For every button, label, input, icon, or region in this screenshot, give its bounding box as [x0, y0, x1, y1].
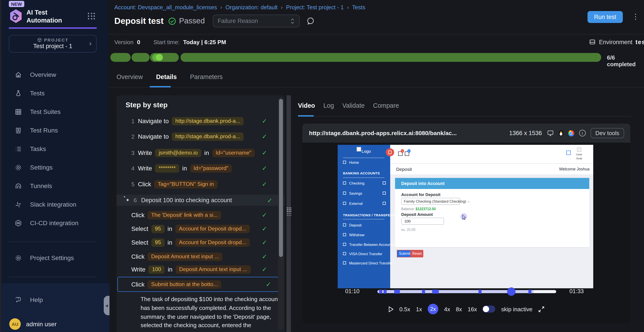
sidebar-item-test-suites[interactable]: Test Suites	[1, 102, 110, 121]
value-chip[interactable]: 95	[152, 238, 164, 246]
value-chip[interactable]: jsmith@demo.io	[155, 148, 201, 157]
timeline-marker[interactable]	[422, 290, 425, 294]
info-icon[interactable]: i	[579, 130, 586, 136]
bank-nav-deposit[interactable]: Deposit	[338, 222, 390, 228]
substep-row-5[interactable]: Write 100 in Deposit Amount text input .…	[116, 264, 280, 274]
tab-log[interactable]: Log	[323, 102, 334, 109]
progress-segment[interactable]	[180, 53, 601, 62]
tab-validate[interactable]: Validate	[342, 102, 364, 109]
value-chip[interactable]: http://stage.dbank.prod-a...	[172, 132, 244, 140]
timeline-marker[interactable]	[478, 290, 482, 294]
help-button[interactable]: ? Help	[1, 290, 110, 309]
locator-chip[interactable]: Id="username"	[212, 148, 255, 157]
sidebar-item-settings[interactable]: Settings	[1, 158, 110, 176]
bank-nav-savings[interactable]: Savings	[338, 190, 390, 196]
apps-grid-icon[interactable]	[88, 13, 95, 20]
project-selector[interactable]: PROJECT Test project - 1 ›	[9, 35, 97, 52]
timeline-marker[interactable]	[432, 290, 438, 294]
step-row-5[interactable]: 5 Click Tag="BUTTON" Sign in ✓	[116, 179, 280, 189]
speed-16x[interactable]: 16x	[468, 306, 477, 312]
progress-segment[interactable]	[110, 53, 131, 62]
playhead-handle[interactable]	[507, 287, 516, 296]
play-button[interactable]	[388, 306, 394, 312]
account-select[interactable]: Family Checking (Standard Checking)⌄	[401, 198, 460, 205]
substep-row-4[interactable]: Click Deposit Amount text input ... ✓	[116, 252, 280, 261]
bank-nav-checking[interactable]: Checking	[338, 180, 390, 186]
sidebar-item-tunnels[interactable]: Tunnels	[1, 176, 110, 195]
bank-nav-transfer[interactable]: Transfer Between Accounts	[338, 241, 390, 248]
locator-chip[interactable]: Deposit Amount text input ...	[148, 252, 223, 261]
step-row-4[interactable]: 4 Write ******** in Id="password" ✓	[116, 163, 280, 173]
bank-window-icon[interactable]: 0	[398, 151, 402, 156]
sidebar-item-slack-integration[interactable]: Slack integration	[1, 195, 110, 214]
value-chip[interactable]: http://stage.dbank.prod-a...	[172, 117, 244, 125]
session-url[interactable]: http://stage.dbank.prod-apps.relicx.ai:8…	[309, 130, 457, 136]
selected-step-row[interactable]: Click Submit button at the botto... ✓	[117, 277, 278, 292]
drag-handle-icon[interactable]	[287, 208, 290, 216]
sidebar-collapse-button[interactable]: ◀	[104, 296, 110, 315]
breadcrumb-account[interactable]: Account: Devspace_all_module_licenses	[114, 4, 217, 10]
step-group-header[interactable]: ✦ 6 Deposit 100 into checking account ✓	[116, 195, 285, 206]
speed-2x-active[interactable]: 2x	[428, 304, 438, 314]
progress-segment[interactable]	[131, 53, 150, 62]
tab-details[interactable]: Details	[156, 73, 177, 80]
speed-0-5x[interactable]: 0.5x	[399, 306, 410, 312]
kebab-menu-icon[interactable]: ⋮	[632, 12, 639, 21]
dev-tools-button[interactable]: Dev tools	[590, 128, 624, 138]
locator-chip[interactable]: Tag="BUTTON" Sign in	[154, 180, 218, 188]
breadcrumb-project[interactable]: Project: Test project - 1	[286, 4, 344, 10]
sidebar-item-overview[interactable]: Overview	[1, 65, 110, 84]
speed-8x[interactable]: 8x	[456, 306, 462, 312]
steps-scrollbar[interactable]	[278, 97, 284, 330]
user-menu[interactable]: AU admin user	[9, 318, 57, 330]
value-chip[interactable]: ********	[155, 164, 179, 172]
value-chip[interactable]: 100	[148, 265, 165, 274]
sidebar-item-tests[interactable]: Tests	[1, 84, 110, 102]
bank-nav-mastercard[interactable]: Mastercard Direct Transfer	[338, 260, 390, 266]
bank-nav-home[interactable]: Home	[338, 159, 390, 165]
breadcrumb-organization[interactable]: Organization: default	[226, 4, 278, 10]
bank-nav-external[interactable]: External	[338, 200, 390, 206]
sidebar-item-cicd-integration[interactable]: CI-CD integration	[1, 214, 110, 232]
speed-4x[interactable]: 4x	[444, 306, 450, 312]
fullscreen-icon[interactable]	[538, 306, 545, 312]
video-frame[interactable]: Logo Home BANKING ACCOUNTS Checking Savi…	[338, 144, 593, 288]
step-row-2[interactable]: 2 Navigate to http://stage.dbank.prod-a.…	[116, 132, 280, 141]
step-row-1[interactable]: 1 Navigate to http://stage.dbank.prod-a.…	[116, 116, 280, 126]
comment-bubble-icon[interactable]	[306, 17, 315, 25]
speed-1x[interactable]: 1x	[416, 306, 422, 312]
sidebar-item-tasks[interactable]: Tasks	[1, 140, 110, 158]
locator-chip[interactable]: Id="password"	[190, 164, 232, 172]
bank-window-icon[interactable]: 0	[405, 151, 409, 156]
bank-nav-visa[interactable]: VISA Direct Transfer	[338, 250, 390, 257]
locator-chip[interactable]: Account for Deposit dropd...	[176, 238, 250, 246]
bank-user-avatar[interactable]: User Avat	[574, 147, 585, 160]
locator-chip[interactable]: The 'Deposit' link with a si...	[148, 211, 221, 219]
locator-chip[interactable]: Deposit Amount text input ...	[176, 265, 250, 274]
scrollbar-thumb[interactable]	[279, 99, 283, 257]
step-row-3[interactable]: 3 Write jsmith@demo.io in Id="username" …	[116, 148, 280, 158]
skip-inactive-toggle[interactable]	[483, 306, 496, 312]
amount-input[interactable]: 100	[401, 218, 444, 225]
substep-row-3[interactable]: Select 95 in Account for Deposit dropd..…	[116, 238, 280, 247]
locator-chip[interactable]: Submit button at the botto...	[148, 280, 221, 288]
tab-video[interactable]: Video	[298, 102, 315, 109]
run-test-button[interactable]: Run test	[588, 11, 623, 23]
timeline-marker[interactable]	[394, 290, 400, 294]
progress-segment[interactable]	[150, 53, 179, 62]
failure-reason-select[interactable]: Failure Reason	[213, 14, 300, 27]
sidebar-item-test-runs[interactable]: Test Runs	[1, 121, 110, 140]
locator-chip[interactable]: Account for Deposit dropd...	[176, 224, 250, 233]
timeline-marker[interactable]	[528, 290, 532, 294]
bank-topbar-icon[interactable]	[566, 150, 571, 155]
value-chip[interactable]: 95	[152, 224, 164, 233]
bank-submit-button[interactable]: Submit	[397, 250, 412, 257]
bank-reset-button[interactable]: Reset	[410, 250, 424, 257]
tab-parameters[interactable]: Parameters	[190, 73, 223, 80]
bank-nav-withdraw[interactable]: Withdraw	[338, 232, 390, 238]
tab-compare[interactable]: Compare	[373, 102, 399, 109]
breadcrumb-tests[interactable]: Tests	[352, 4, 365, 10]
sidebar-item-project-settings[interactable]: Project Settings	[1, 248, 110, 267]
panel-resize-divider[interactable]	[286, 95, 291, 332]
timeline-marker[interactable]	[384, 290, 387, 294]
